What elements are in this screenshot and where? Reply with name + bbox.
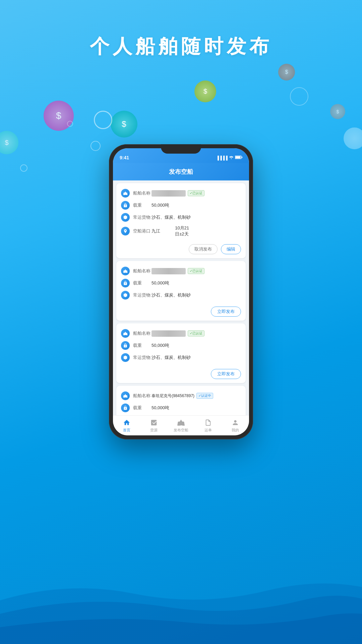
nav-item-cargo[interactable]: 货源 bbox=[140, 419, 167, 433]
tonnage-row-4: 载重 50,000吨 bbox=[121, 402, 241, 414]
port-row-1: 空船港口 九江 10月21日±2天 bbox=[121, 223, 241, 239]
app-header: 发布空船 bbox=[113, 163, 249, 180]
nav-label-cargo: 货源 bbox=[150, 428, 158, 433]
tonnage-label-1: 载重 bbox=[133, 202, 152, 208]
verified-badge-2: ✓已认证 bbox=[188, 268, 204, 274]
card-actions-1: 取消发布 编辑 bbox=[121, 241, 241, 254]
battery-icon bbox=[235, 155, 242, 160]
publish-now-button-3[interactable]: 立即发布 bbox=[211, 369, 241, 379]
ship-card-2: 船舶名称 ████████ ✓已认证 载重 50,000吨 bbox=[116, 261, 246, 321]
ship-card-4: 船舶名称 泰坦尼克号(984567897) ✓认证中 载重 50,000吨 bbox=[116, 386, 246, 415]
verified-badge-3: ✓已认证 bbox=[188, 330, 204, 336]
nav-item-home[interactable]: 首页 bbox=[113, 419, 140, 433]
ship-name-row-3: 船舶名称 ████████ ✓已认证 bbox=[121, 327, 241, 339]
card-actions-2: 立即发布 bbox=[121, 304, 241, 317]
phone-outer: 9:41 ▐▐▐▐ bbox=[109, 144, 253, 439]
ship-name-icon-3 bbox=[121, 329, 130, 338]
cargo-value-3: 沙石、煤炭、机制砂 bbox=[152, 355, 241, 361]
svg-point-0 bbox=[231, 158, 232, 159]
cargo-row-2: 常运货物 沙石、煤炭、机制砂 bbox=[121, 289, 241, 301]
ship-name-label-3: 船舶名称 bbox=[133, 330, 152, 336]
wifi-icon bbox=[229, 155, 234, 160]
ship-name-icon-2 bbox=[121, 267, 130, 275]
ship-list: 船舶名称 ████████ ✓已认证 载重 50,000吨 bbox=[113, 180, 249, 415]
tonnage-row-2: 载重 50,000吨 bbox=[121, 277, 241, 289]
ship-name-row-4: 船舶名称 泰坦尼克号(984567897) ✓认证中 bbox=[121, 390, 241, 402]
tonnage-value-3: 50,000吨 bbox=[152, 342, 241, 348]
tonnage-row-3: 载重 50,000吨 bbox=[121, 339, 241, 352]
tonnage-value-1: 50,000吨 bbox=[152, 202, 241, 208]
tonnage-icon-2 bbox=[121, 279, 130, 287]
status-time: 9:41 bbox=[120, 155, 129, 160]
verified-badge-1: ✓已认证 bbox=[188, 190, 204, 196]
publish-ship-icon bbox=[177, 419, 185, 427]
card-actions-3: 立即发布 bbox=[121, 366, 241, 379]
tonnage-label-3: 载重 bbox=[133, 342, 152, 348]
ship-name-row-2: 船舶名称 ████████ ✓已认证 bbox=[121, 265, 241, 277]
svg-rect-3 bbox=[242, 157, 242, 158]
ship-name-blurred-3: ████████ bbox=[152, 330, 186, 337]
cargo-label-3: 常运货物 bbox=[133, 355, 152, 361]
nav-label-publish: 发布空船 bbox=[174, 428, 188, 433]
nav-item-orders[interactable]: 运单 bbox=[195, 419, 222, 433]
cargo-icon-3 bbox=[121, 353, 130, 362]
cargo-nav-icon bbox=[150, 419, 158, 427]
phone-notch bbox=[161, 144, 201, 154]
tonnage-value-2: 50,000吨 bbox=[152, 280, 241, 286]
app-header-title: 发布空船 bbox=[169, 168, 193, 176]
mine-icon bbox=[231, 419, 239, 427]
port-label-1: 空船港口 bbox=[133, 228, 152, 234]
tonnage-value-4: 50,000吨 bbox=[152, 405, 241, 411]
publish-now-button-2[interactable]: 立即发布 bbox=[211, 307, 241, 317]
cargo-label-2: 常运货物 bbox=[133, 292, 152, 298]
ship-name-label-4: 船舶名称 bbox=[133, 393, 152, 399]
cancel-publish-button-1[interactable]: 取消发布 bbox=[189, 244, 218, 254]
tonnage-icon-1 bbox=[121, 201, 130, 210]
cargo-label-1: 常运货物 bbox=[133, 214, 152, 220]
port-icon-1 bbox=[121, 227, 130, 235]
svg-rect-2 bbox=[235, 156, 240, 159]
ship-name-text-4: 泰坦尼克号(984567897) bbox=[152, 393, 194, 399]
verifying-badge-4: ✓认证中 bbox=[196, 393, 213, 399]
cargo-value-2: 沙石、煤炭、机制砂 bbox=[152, 292, 241, 298]
tonnage-icon-4 bbox=[121, 404, 130, 412]
page-title: 个人船舶随时发布 bbox=[0, 34, 362, 60]
ship-name-label-1: 船舶名称 bbox=[133, 190, 152, 196]
cargo-icon-1 bbox=[121, 213, 130, 222]
nav-item-publish[interactable]: 发布空船 bbox=[167, 419, 194, 433]
signal-icon: ▐▐▐▐ bbox=[216, 156, 228, 160]
ship-name-blurred-2: ████████ bbox=[152, 268, 186, 274]
cargo-icon-2 bbox=[121, 291, 130, 300]
ship-name-icon-1 bbox=[121, 189, 130, 198]
nav-item-mine[interactable]: 我的 bbox=[222, 419, 249, 433]
bottom-nav: 首页 货源 bbox=[113, 415, 249, 435]
home-icon bbox=[123, 419, 131, 427]
ship-name-value-3: ████████ ✓已认证 bbox=[152, 330, 241, 337]
ship-name-value-4: 泰坦尼克号(984567897) ✓认证中 bbox=[152, 393, 241, 399]
ship-name-blurred-1: ████████ bbox=[152, 190, 186, 197]
port-date-1: 10月21日±2天 bbox=[175, 225, 193, 237]
ship-card-1: 船舶名称 ████████ ✓已认证 载重 50,000吨 bbox=[116, 183, 246, 258]
ship-name-label-2: 船舶名称 bbox=[133, 268, 152, 274]
phone-screen: 9:41 ▐▐▐▐ bbox=[113, 148, 249, 435]
nav-label-orders: 运单 bbox=[204, 428, 212, 433]
ship-name-icon-4 bbox=[121, 391, 130, 400]
cargo-row-1: 常运货物 沙石、煤炭、机制砂 bbox=[121, 211, 241, 223]
edit-button-1[interactable]: 编辑 bbox=[221, 244, 241, 254]
status-icons: ▐▐▐▐ bbox=[216, 155, 242, 160]
tonnage-label-4: 载重 bbox=[133, 405, 152, 411]
tonnage-icon-3 bbox=[121, 341, 130, 350]
port-city-1: 九江 bbox=[152, 228, 170, 234]
ship-card-3: 船舶名称 ████████ ✓已认证 载重 50,000吨 bbox=[116, 323, 246, 383]
tonnage-row-1: 载重 50,000吨 bbox=[121, 199, 241, 211]
cargo-value-1: 沙石、煤炭、机制砂 bbox=[152, 214, 241, 220]
ship-name-row-1: 船舶名称 ████████ ✓已认证 bbox=[121, 187, 241, 199]
tonnage-label-2: 载重 bbox=[133, 280, 152, 286]
ship-name-value-1: ████████ ✓已认证 bbox=[152, 190, 241, 197]
nav-label-mine: 我的 bbox=[232, 428, 239, 433]
wave-decoration bbox=[0, 560, 362, 644]
location-value-1: 九江 10月21日±2天 bbox=[152, 225, 193, 237]
nav-label-home: 首页 bbox=[123, 428, 130, 433]
cargo-row-3: 常运货物 沙石、煤炭、机制砂 bbox=[121, 352, 241, 364]
orders-icon bbox=[204, 419, 212, 427]
